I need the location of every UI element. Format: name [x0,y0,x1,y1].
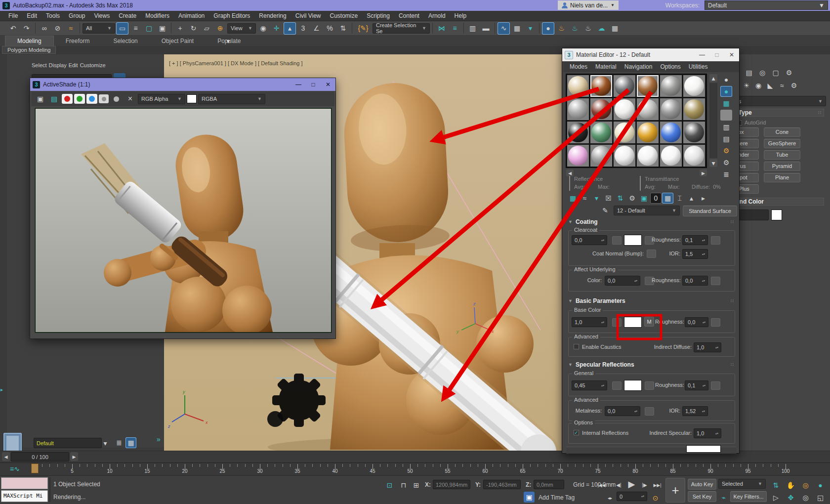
activeshade-window[interactable]: 3 ActiveShade (1:1) — □ ✕ RGB Alpha▼ RGB… [30,78,336,339]
base-color-swatch[interactable] [624,317,642,328]
absolute-offset-mode-icon[interactable] [410,479,422,491]
material-editor-close-icon[interactable]: ✕ [724,50,739,59]
render-setup-icon[interactable] [555,22,568,35]
viewport-orbit-icon[interactable] [799,491,812,504]
base-color-weight-spinner[interactable]: 1,0▴▾ [572,317,607,327]
base-roughness-spinner[interactable]: 0,0▴▾ [685,317,708,327]
menu-animation[interactable]: Animation [174,11,209,21]
frame-counter-field[interactable]: 0 / 100 [11,452,69,462]
red-channel-icon[interactable] [62,94,73,104]
mini-curve-editor-button[interactable]: ≡∿ [6,464,24,474]
mat-menu-material[interactable]: Material [592,62,620,72]
menu-scripting[interactable]: Scripting [362,11,394,21]
previous-frame-icon[interactable] [613,479,625,491]
material-sample[interactable] [683,75,706,97]
polygon-modeling-panel[interactable]: Polygon Modeling [2,46,56,54]
specular-weight-spinner[interactable]: 0,45▴▾ [572,380,607,390]
options-icon[interactable] [720,145,732,156]
prev-frame-small-icon[interactable] [2,452,10,461]
autogrid-row[interactable]: AutoGrid [737,120,766,126]
indirect-diffuse-spinner[interactable]: 1,0▴▾ [694,342,721,352]
reference-coordinate-dropdown[interactable]: View▼ [227,23,256,34]
add-time-tag-icon[interactable] [524,492,535,503]
select-by-material-icon[interactable] [720,157,732,168]
specular-color-map-button[interactable] [645,381,654,390]
internal-reflections-checkbox[interactable]: ✓ [574,430,579,435]
systems-category-icon[interactable] [788,80,799,91]
material-name-dropdown[interactable]: 12 - Default▼ [614,206,680,215]
samples-scroll-left-icon[interactable] [566,169,574,176]
material-sample[interactable] [613,75,636,97]
material-editor-window[interactable]: 3 Material Editor - 12 - Default — □ ✕ M… [562,48,740,454]
angle-snap-icon[interactable] [310,22,323,35]
go-to-end-icon[interactable] [651,479,664,491]
maxscript-mini-output[interactable] [1,477,48,489]
material-sample[interactable] [613,121,636,144]
maxscript-mini-listener[interactable]: MAXScript Mi [1,490,48,502]
material-sample[interactable] [590,75,613,97]
channel-display-dropdown[interactable]: RGB Alpha▼ [138,94,185,104]
utilities-tab-icon[interactable] [783,67,795,78]
material-sample[interactable] [636,144,659,167]
go-forward-to-sibling-icon[interactable] [698,193,709,204]
specular-color-swatch[interactable] [624,380,642,391]
format-dropdown[interactable]: RGBA▼ [198,94,265,104]
create-button-plane[interactable]: Plane [764,173,800,182]
motion-tab-icon[interactable]: ◎ [756,67,768,78]
material-type-button[interactable]: Standard Surface [683,206,737,216]
material-sample[interactable] [660,121,682,144]
undo-icon[interactable] [7,22,19,35]
affect-color-spinner[interactable]: 0,0▴▾ [605,276,640,286]
material-sample[interactable] [567,75,589,97]
material-sample[interactable] [613,144,636,167]
base-color-map-button[interactable]: M [644,317,654,327]
clearcoat-roughness-spinner[interactable]: 0,1▴▾ [682,235,708,245]
selection-set-field[interactable]: Default [34,438,102,448]
viewport-fov-icon[interactable] [770,491,782,504]
select-object-icon[interactable]: ▭ [116,22,128,35]
time-configuration-icon[interactable] [649,492,662,504]
sort-hierarchy-icon[interactable] [125,437,136,448]
mirror-icon[interactable] [435,22,448,35]
backlight-icon[interactable] [720,86,732,97]
scene-explorer-menu-select[interactable]: Select [32,62,47,68]
base-color-weight-map-button[interactable] [612,318,622,327]
viewport-zoom-extents-all-icon[interactable] [814,479,827,491]
lights-category-icon[interactable] [741,80,752,91]
align-icon[interactable] [449,22,461,35]
x-coordinate-field[interactable]: 1200,984mm [433,480,470,489]
clear-icon[interactable] [124,93,136,105]
material-sample[interactable] [567,121,589,144]
create-button-cone[interactable]: Cone [764,127,800,137]
current-frame-field[interactable]: 0▴▾ [617,492,647,501]
make-material-copy-icon[interactable] [626,193,638,204]
clone-window-icon[interactable] [48,93,60,105]
select-and-rotate-icon[interactable] [187,22,200,35]
rectangular-selection-region-icon[interactable] [143,22,155,35]
z-coordinate-field[interactable]: 0,0mm [534,480,564,489]
selection-filter-dropdown[interactable]: All▼ [83,23,115,34]
background-icon[interactable] [720,98,732,109]
material-sample[interactable] [590,98,613,121]
more-tools-icon[interactable] [524,22,537,35]
coating-rollout[interactable]: ▼Coating ∷ [566,218,736,225]
keyboard-shortcut-override-icon[interactable] [284,22,296,35]
menu-edit[interactable]: Edit [22,11,42,21]
ribbon-tab-object-paint[interactable]: Object Paint [150,36,206,46]
go-to-start-icon[interactable] [595,479,608,491]
schematic-view-icon[interactable] [511,22,523,35]
timeline-ruler[interactable]: ≡∿ 0510152025303540455055606570758085909… [0,462,830,476]
background-color-swatch[interactable] [187,94,197,103]
ribbon-tab-freeform[interactable]: Freeform [54,36,102,46]
viewport-zoom-extents-icon[interactable] [799,479,812,491]
percent-snap-icon[interactable] [324,22,336,35]
material-sample[interactable] [590,144,613,167]
create-button-tube[interactable]: Tube [764,150,800,160]
selection-lock-icon[interactable] [397,479,410,491]
mat-menu-options[interactable]: Options [657,62,684,72]
bind-to-space-warp-icon[interactable] [65,22,77,35]
snaps-toggle-icon[interactable] [297,22,309,35]
create-button-geosphere[interactable]: GeoSphere [764,139,800,148]
viewport-label[interactable]: [ + ] [ PhysCamera001 ] [ DX Mode ] [ De… [169,60,303,66]
specular-roughness-spinner[interactable]: 0,1▴▾ [685,380,708,390]
